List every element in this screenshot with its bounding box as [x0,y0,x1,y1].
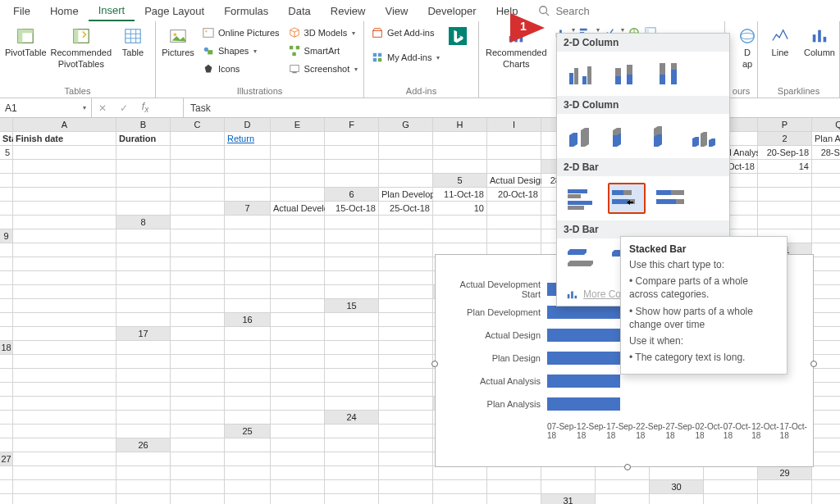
cell[interactable] [271,438,325,452]
cell[interactable] [225,327,271,341]
cell[interactable] [225,397,271,411]
cell[interactable] [0,299,13,313]
cell[interactable] [812,438,840,452]
cell[interactable] [0,160,13,174]
cell[interactable] [171,271,225,285]
cell[interactable] [379,369,433,383]
cell[interactable] [0,257,13,271]
cell[interactable]: 14 [758,160,812,174]
cell[interactable] [812,397,840,411]
cell[interactable]: Plan Development [379,188,433,202]
cell[interactable] [271,285,325,299]
cell[interactable] [271,369,325,383]
cell[interactable] [758,202,812,216]
cell[interactable] [379,494,433,504]
cell[interactable] [13,438,116,452]
cancel-formula-button[interactable]: ✕ [92,102,113,114]
cell[interactable] [812,494,840,504]
row-header[interactable]: 8 [116,216,171,229]
cell[interactable] [758,480,812,494]
cell[interactable] [116,355,171,369]
cell[interactable] [650,466,704,480]
cell[interactable] [171,160,225,174]
column-header[interactable]: E [271,118,325,132]
cell[interactable] [116,397,171,411]
column-header[interactable]: D [225,118,271,132]
cell[interactable] [171,355,225,369]
cell[interactable] [13,146,116,160]
3d-stacked-column-option[interactable] [605,120,641,152]
cell[interactable] [379,132,433,146]
cell[interactable] [13,466,116,480]
row-header[interactable]: 31 [541,494,596,504]
cell[interactable] [271,174,325,188]
table-button[interactable]: Table [116,25,150,59]
cell[interactable] [0,271,13,285]
cell[interactable] [758,216,812,229]
row-header[interactable]: 5 [433,174,487,188]
cell[interactable] [325,438,379,452]
cell[interactable] [116,188,171,202]
get-addins-button[interactable]: Get Add-ins [369,25,441,41]
cell[interactable] [171,411,225,425]
row-header[interactable]: 2 [758,132,812,146]
cell[interactable] [433,494,487,504]
100-stacked-bar-option[interactable] [652,183,690,214]
cell[interactable] [812,383,840,397]
column-header[interactable]: A [13,118,116,132]
fx-button[interactable]: fx [135,101,156,114]
cell[interactable] [116,341,171,355]
cell[interactable] [271,299,325,313]
stacked-column-option[interactable] [608,58,646,89]
cell[interactable] [116,202,171,216]
cell[interactable]: 20-Oct-18 [487,188,541,202]
cell[interactable] [225,146,271,160]
cell[interactable] [13,243,116,257]
sparkline-line-button[interactable]: Line [763,25,797,59]
cell[interactable] [116,452,171,466]
recommended-pivot-button[interactable]: Recommended PivotTables [52,25,111,70]
cell[interactable] [0,466,13,480]
cell[interactable] [271,160,325,174]
cell[interactable] [379,480,433,494]
search-box[interactable]: Search [537,4,589,17]
row-header[interactable]: 15 [325,299,379,313]
cell[interactable] [171,341,225,355]
cell[interactable] [325,480,379,494]
cell[interactable] [171,397,225,411]
tab-file[interactable]: File [3,2,40,20]
cell[interactable] [541,480,596,494]
cell[interactable] [13,327,116,341]
tab-review[interactable]: Review [321,2,376,20]
column-header[interactable]: F [325,118,379,132]
cell[interactable] [379,229,433,243]
cell[interactable] [379,271,433,285]
cell[interactable]: Finish date [13,132,116,146]
cell[interactable] [487,146,541,160]
cell[interactable] [225,216,271,229]
cell[interactable] [225,243,271,257]
100-stacked-column-option[interactable] [652,58,690,89]
cell[interactable] [171,327,225,341]
row-header[interactable]: 9 [0,229,13,243]
cell[interactable] [171,202,225,216]
cell[interactable] [116,494,171,504]
cell[interactable] [325,132,379,146]
cell[interactable] [487,160,541,174]
cell[interactable] [271,216,325,229]
cell[interactable] [13,257,116,271]
cell[interactable] [13,313,116,327]
cell[interactable] [116,425,171,438]
cell[interactable] [171,480,225,494]
cell[interactable] [0,313,13,327]
cell[interactable]: 10 [433,202,487,216]
name-box[interactable]: A1 ▾ [0,98,92,117]
cell[interactable] [13,397,116,411]
tab-view[interactable]: View [375,2,418,20]
cell[interactable] [379,160,433,174]
cell[interactable] [812,257,840,271]
cell[interactable] [433,146,487,160]
cell[interactable] [171,313,225,327]
cell[interactable] [812,466,840,480]
cell[interactable] [171,466,225,480]
